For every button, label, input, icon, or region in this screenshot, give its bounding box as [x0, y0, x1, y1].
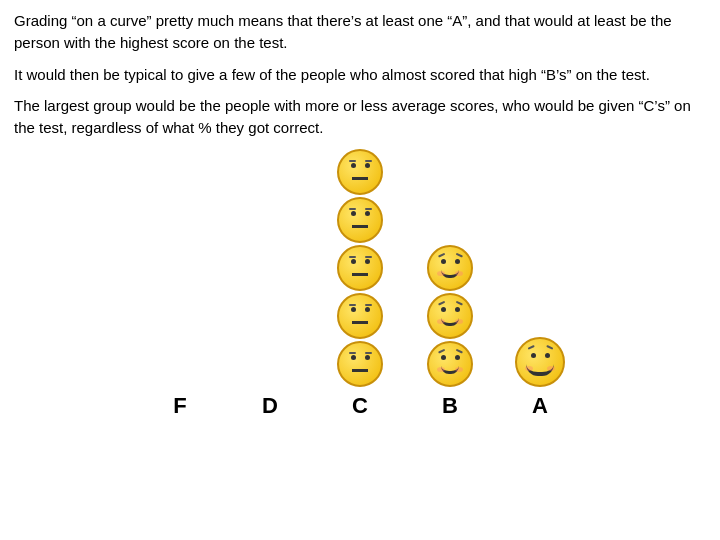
grade-label-d: D: [262, 393, 278, 419]
face-b-1: [427, 245, 473, 291]
main-content: Grading “on a curve” pretty much means t…: [14, 10, 706, 419]
paragraph-1: Grading “on a curve” pretty much means t…: [14, 10, 706, 54]
face-b-3: [427, 341, 473, 387]
grade-column-b: B: [405, 245, 495, 419]
grade-column-c: C: [315, 149, 405, 419]
face-b-2: [427, 293, 473, 339]
face-c-2: [337, 197, 383, 243]
faces-a: [515, 337, 565, 387]
grade-chart: F D: [14, 149, 706, 419]
face-c-5: [337, 341, 383, 387]
paragraph-3: The largest group would be the people wi…: [14, 95, 706, 139]
grade-label-c: C: [352, 393, 368, 419]
face-a-1: [515, 337, 565, 387]
grade-label-f: F: [173, 393, 186, 419]
grade-label-b: B: [442, 393, 458, 419]
face-c-4: [337, 293, 383, 339]
grade-column-a: A: [495, 337, 585, 419]
face-c-1: [337, 149, 383, 195]
paragraph-2: It would then be typical to give a few o…: [14, 64, 706, 86]
face-c-3: [337, 245, 383, 291]
grade-column-f: F: [135, 387, 225, 419]
grade-label-a: A: [532, 393, 548, 419]
faces-b: [427, 245, 473, 387]
grade-column-d: D: [225, 387, 315, 419]
faces-c: [337, 149, 383, 387]
